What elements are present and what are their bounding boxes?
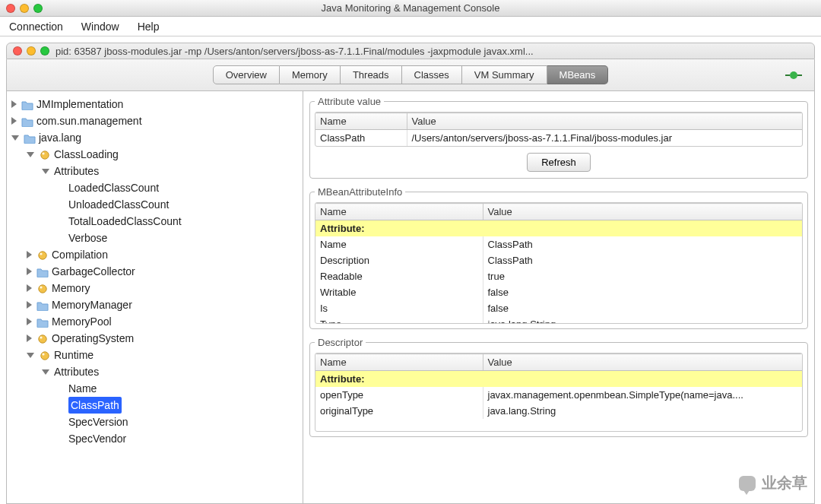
disclosure-triangle-icon[interactable]: [27, 318, 32, 325]
folder-icon: [36, 266, 49, 277]
tree-item-java-lang[interactable]: java.lang: [10, 129, 300, 146]
tree-item-runtime[interactable]: Runtime: [25, 347, 300, 363]
disclosure-triangle-icon[interactable]: [27, 251, 32, 258]
tree-item-classloading[interactable]: ClassLoading: [25, 146, 300, 163]
tree-item-attributes[interactable]: Attributes: [40, 163, 300, 179]
tab-threads[interactable]: Threads: [341, 65, 402, 84]
table-row[interactable]: Readabletrue: [315, 268, 802, 284]
descriptor-value-header[interactable]: Value: [483, 354, 802, 371]
tree-item-specversion[interactable]: SpecVersion: [55, 414, 300, 430]
tree-item-label: Attributes: [54, 163, 99, 179]
tree-item-classpath[interactable]: ClassPath: [55, 397, 300, 414]
disclosure-triangle-icon[interactable]: [11, 100, 17, 108]
tree-item-garbagecollector[interactable]: GarbageCollector: [25, 263, 300, 280]
table-row[interactable]: Writablefalse: [315, 284, 802, 300]
svg-point-12: [42, 353, 44, 355]
svg-point-4: [42, 152, 44, 154]
tree-item-memorypool[interactable]: MemoryPool: [25, 313, 300, 330]
tabs-container: OverviewMemoryThreadsClassesVM SummaryMB…: [213, 65, 609, 84]
attribute-value-legend: Attribute value: [315, 96, 384, 107]
tree-item-attributes[interactable]: Attributes: [40, 363, 300, 380]
disclosure-triangle-icon[interactable]: [27, 353, 34, 358]
tree-item-memory[interactable]: Memory: [25, 280, 300, 296]
folder-icon: [21, 99, 33, 109]
tab-memory[interactable]: Memory: [280, 65, 341, 84]
table-row[interactable]: Isfalse: [315, 300, 802, 316]
tree-item-label: Name: [68, 380, 97, 397]
refresh-button[interactable]: Refresh: [527, 153, 591, 172]
attrinfo-value-header[interactable]: Value: [483, 204, 802, 220]
table-row[interactable]: Typejava.lang.String: [315, 316, 802, 324]
tree-item-label: UnloadedClassCount: [68, 196, 169, 213]
cell-name: Name: [315, 236, 483, 252]
disclosure-triangle-icon[interactable]: [27, 284, 32, 292]
cell-value: ClassPath: [483, 236, 802, 252]
tree-item-label: OperatingSystem: [52, 330, 134, 347]
disclosure-triangle-icon[interactable]: [42, 169, 49, 174]
attr-value-cell: /Users/anton/servers/jboss-as-7.1.1.Fina…: [407, 130, 802, 147]
tree-item-compilation[interactable]: Compilation: [25, 246, 300, 263]
cell-name: Readable: [315, 268, 483, 284]
mbean-tree[interactable]: JMImplementationcom.sun.managementjava.l…: [7, 91, 303, 503]
main-split: JMImplementationcom.sun.managementjava.l…: [6, 91, 815, 504]
disclosure-triangle-icon[interactable]: [11, 135, 19, 141]
svg-point-5: [39, 252, 46, 259]
folder-icon: [36, 300, 49, 310]
tree-item-label: SpecVersion: [68, 414, 128, 430]
svg-point-11: [41, 352, 49, 360]
tree-item-com-sun-management[interactable]: com.sun.management: [10, 113, 300, 129]
tree-item-verbose[interactable]: Verbose: [55, 230, 300, 246]
table-row[interactable]: NameClassPath: [315, 236, 802, 252]
svg-point-8: [40, 286, 42, 288]
disclosure-triangle-icon[interactable]: [27, 268, 32, 275]
tree-item-label: TotalLoadedClassCount: [68, 213, 182, 230]
col-name-header[interactable]: Name: [315, 113, 407, 130]
tree-item-label: Verbose: [68, 230, 107, 246]
attrinfo-name-header[interactable]: Name: [315, 204, 483, 220]
tree-item-loadedclasscount[interactable]: LoadedClassCount: [55, 179, 300, 196]
tree-item-label: Compilation: [52, 246, 108, 263]
cell-name: originalType: [315, 403, 483, 419]
doc-zoom-button[interactable]: [40, 46, 49, 55]
table-row[interactable]: DescriptionClassPath: [315, 252, 802, 268]
disclosure-triangle-icon[interactable]: [42, 369, 49, 375]
tab-vm-summary[interactable]: VM Summary: [462, 65, 547, 84]
menu-window[interactable]: Window: [81, 21, 119, 33]
cell-value: false: [483, 284, 802, 300]
disclosure-triangle-icon[interactable]: [11, 117, 17, 125]
tree-item-totalloadedclasscount[interactable]: TotalLoadedClassCount: [55, 213, 300, 230]
tree-item-label: ClassLoading: [54, 146, 119, 163]
disclosure-triangle-icon[interactable]: [27, 301, 32, 309]
svg-rect-1: [785, 74, 790, 76]
disclosure-triangle-icon[interactable]: [27, 152, 34, 157]
doc-traffic-lights: [13, 46, 49, 55]
table-row[interactable]: openTypejavax.management.openmbean.Simpl…: [315, 387, 802, 403]
document-titlebar: pid: 63587 jboss-modules.jar -mp /Users/…: [6, 43, 815, 59]
tab-overview[interactable]: Overview: [213, 65, 280, 84]
tree-item-label: JMImplementation: [36, 96, 123, 113]
connection-status-icon[interactable]: [785, 70, 802, 81]
cell-value: java.lang.String: [483, 403, 802, 419]
tab-mbeans[interactable]: MBeans: [547, 65, 609, 84]
tree-item-name[interactable]: Name: [55, 380, 300, 397]
menu-connection[interactable]: Connection: [9, 21, 63, 33]
descriptor-panel: Descriptor Name Value Attribute:openType…: [309, 337, 808, 437]
doc-close-button[interactable]: [13, 46, 22, 55]
cell-value: false: [483, 300, 802, 316]
tree-item-specvendor[interactable]: SpecVendor: [55, 430, 300, 447]
attribute-value-row[interactable]: ClassPath /Users/anton/servers/jboss-as-…: [315, 130, 802, 147]
tab-classes[interactable]: Classes: [402, 65, 462, 84]
col-value-header[interactable]: Value: [407, 113, 802, 130]
tree-item-jmimplementation[interactable]: JMImplementation: [10, 96, 300, 113]
descriptor-table: Name Value Attribute:openTypejavax.manag…: [315, 353, 802, 419]
tree-item-operatingsystem[interactable]: OperatingSystem: [25, 330, 300, 347]
doc-minimize-button[interactable]: [27, 46, 36, 55]
disclosure-triangle-icon[interactable]: [27, 334, 32, 342]
svg-point-6: [40, 252, 42, 255]
table-row[interactable]: originalTypejava.lang.String: [315, 403, 802, 419]
tree-item-memorymanager[interactable]: MemoryManager: [25, 296, 300, 313]
cell-name: Writable: [315, 284, 483, 300]
descriptor-name-header[interactable]: Name: [315, 354, 483, 371]
tree-item-unloadedclasscount[interactable]: UnloadedClassCount: [55, 196, 300, 213]
menu-help[interactable]: Help: [138, 21, 160, 33]
